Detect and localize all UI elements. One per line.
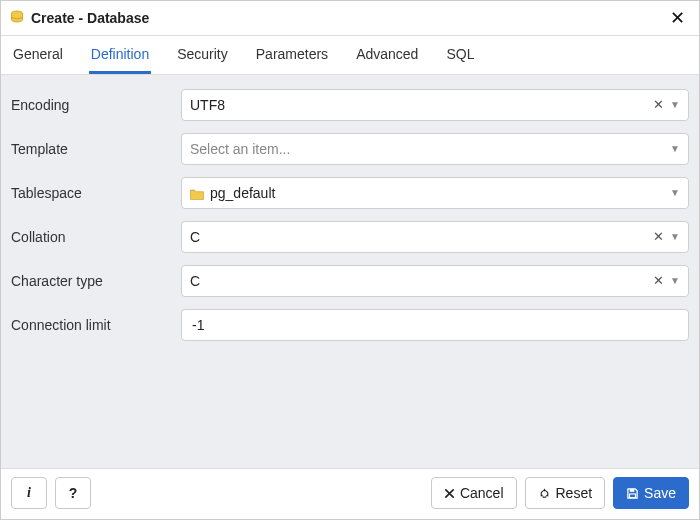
connection-limit-input[interactable] (181, 309, 689, 341)
database-icon (9, 10, 25, 26)
row-tablespace: Tablespace pg_default ▼ (11, 177, 689, 209)
template-placeholder: Select an item... (190, 141, 668, 157)
dialog-header: Create - Database ✕ (1, 1, 699, 36)
label-connection-limit: Connection limit (11, 317, 181, 333)
clear-icon: ✕ (653, 97, 664, 112)
help-button[interactable]: ? (55, 477, 91, 509)
dialog-tabs: General Definition Security Parameters A… (1, 36, 699, 75)
tab-definition[interactable]: Definition (89, 36, 151, 74)
row-template: Template Select an item... ▼ (11, 133, 689, 165)
help-icon: ? (69, 485, 78, 501)
character-type-value: C (190, 273, 645, 289)
label-character-type: Character type (11, 273, 181, 289)
label-template: Template (11, 141, 181, 157)
tab-parameters[interactable]: Parameters (254, 36, 330, 74)
reset-label: Reset (556, 485, 593, 501)
chevron-down-icon: ▼ (670, 232, 680, 242)
tab-general[interactable]: General (11, 36, 65, 74)
row-connection-limit: Connection limit (11, 309, 689, 341)
row-character-type: Character type C ✕ ▼ (11, 265, 689, 297)
dialog-title: Create - Database (31, 10, 666, 26)
encoding-clear-button[interactable]: ✕ (649, 96, 668, 113)
template-select[interactable]: Select an item... ▼ (181, 133, 689, 165)
reset-button[interactable]: Reset (525, 477, 606, 509)
character-type-select[interactable]: C ✕ ▼ (181, 265, 689, 297)
row-collation: Collation C ✕ ▼ (11, 221, 689, 253)
tab-advanced[interactable]: Advanced (354, 36, 420, 74)
encoding-select[interactable]: UTF8 ✕ ▼ (181, 89, 689, 121)
collation-select[interactable]: C ✕ ▼ (181, 221, 689, 253)
svg-rect-1 (630, 488, 635, 491)
info-icon: i (27, 485, 31, 501)
dialog-body: Encoding UTF8 ✕ ▼ Template Select an ite… (1, 75, 699, 468)
close-button[interactable]: ✕ (666, 7, 689, 29)
recycle-icon (538, 487, 551, 500)
collation-value: C (190, 229, 645, 245)
collation-clear-button[interactable]: ✕ (649, 228, 668, 245)
svg-rect-2 (630, 493, 636, 497)
close-icon (444, 488, 455, 499)
label-tablespace: Tablespace (11, 185, 181, 201)
tablespace-select[interactable]: pg_default ▼ (181, 177, 689, 209)
tablespace-value: pg_default (210, 185, 668, 201)
info-button[interactable]: i (11, 477, 47, 509)
save-button[interactable]: Save (613, 477, 689, 509)
label-collation: Collation (11, 229, 181, 245)
clear-icon: ✕ (653, 273, 664, 288)
label-encoding: Encoding (11, 97, 181, 113)
chevron-down-icon: ▼ (670, 100, 680, 110)
row-encoding: Encoding UTF8 ✕ ▼ (11, 89, 689, 121)
cancel-button[interactable]: Cancel (431, 477, 517, 509)
dialog-footer: i ? Cancel (1, 468, 699, 519)
create-database-dialog: Create - Database ✕ General Definition S… (0, 0, 700, 520)
save-icon (626, 487, 639, 500)
chevron-down-icon: ▼ (670, 276, 680, 286)
clear-icon: ✕ (653, 229, 664, 244)
tab-security[interactable]: Security (175, 36, 230, 74)
close-icon: ✕ (670, 8, 685, 28)
cancel-label: Cancel (460, 485, 504, 501)
tab-sql[interactable]: SQL (444, 36, 476, 74)
save-label: Save (644, 485, 676, 501)
chevron-down-icon: ▼ (670, 188, 680, 198)
encoding-value: UTF8 (190, 97, 645, 113)
character-type-clear-button[interactable]: ✕ (649, 272, 668, 289)
folder-icon (190, 187, 204, 199)
chevron-down-icon: ▼ (670, 144, 680, 154)
